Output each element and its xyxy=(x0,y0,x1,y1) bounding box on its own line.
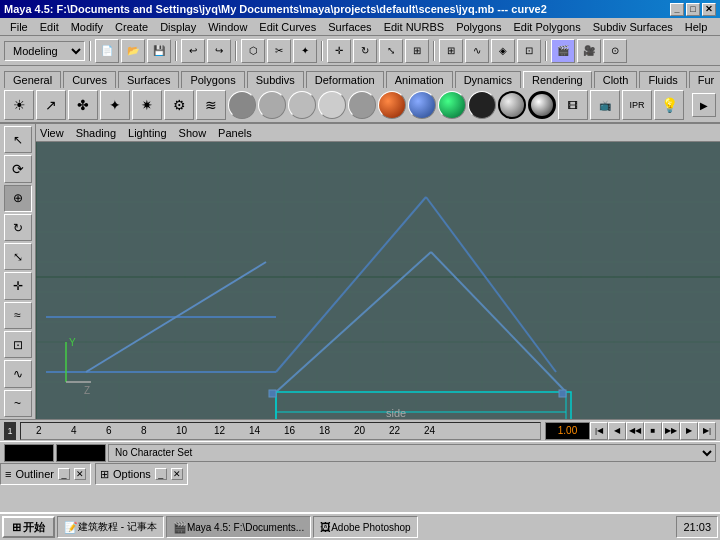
universal-manip[interactable]: ✛ xyxy=(4,272,32,299)
menu-edit-polygons[interactable]: Edit Polygons xyxy=(507,20,586,34)
tab-subdivs[interactable]: Subdivs xyxy=(247,71,304,88)
paint-btn[interactable]: ✦ xyxy=(293,39,317,63)
lasso-tool[interactable]: ⟳ xyxy=(4,155,32,182)
tab-surfaces[interactable]: Surfaces xyxy=(118,71,179,88)
shelf-sphere-9[interactable] xyxy=(468,91,496,119)
show-manip[interactable]: ⊡ xyxy=(4,331,32,358)
timeline-ticks[interactable]: 2 4 6 8 10 12 14 16 18 20 22 24 xyxy=(20,422,541,440)
taskbar-item-photoshop[interactable]: 🖼 Adobe Photoshop xyxy=(313,516,418,538)
taskbar-item-maya[interactable]: 🎬 Maya 4.5: F:\Documents... xyxy=(166,516,311,538)
shelf-lights[interactable]: 💡 xyxy=(654,90,684,120)
shelf-scroll-end[interactable]: ▶ xyxy=(692,93,716,117)
move-btn[interactable]: ✛ xyxy=(327,39,351,63)
tab-polygons[interactable]: Polygons xyxy=(181,71,244,88)
shelf-sphere-3[interactable] xyxy=(288,91,316,119)
start-button[interactable]: ⊞ 开始 xyxy=(2,516,55,538)
shelf-render-settings[interactable]: 🎞 xyxy=(558,90,588,120)
shelf-arrow-btn[interactable]: ↗ xyxy=(36,90,66,120)
minimize-button[interactable]: _ xyxy=(670,3,684,16)
snap-curve-btn[interactable]: ∿ xyxy=(465,39,489,63)
shelf-cross-btn[interactable]: ✤ xyxy=(68,90,98,120)
scale-tool[interactable]: ⤡ xyxy=(4,243,32,270)
range-start-input[interactable]: 24.00 xyxy=(4,444,54,462)
tab-deformation[interactable]: Deformation xyxy=(306,71,384,88)
menu-window[interactable]: Window xyxy=(202,20,253,34)
tab-curves[interactable]: Curves xyxy=(63,71,116,88)
viewport-menu-shading[interactable]: Shading xyxy=(76,127,116,139)
play-fwd-btn[interactable]: ▶▶ xyxy=(662,422,680,440)
snap-point-btn[interactable]: ◈ xyxy=(491,39,515,63)
rotate-btn[interactable]: ↻ xyxy=(353,39,377,63)
ipr-btn[interactable]: 🎥 xyxy=(577,39,601,63)
shelf-sphere-10[interactable] xyxy=(498,91,526,119)
menu-display[interactable]: Display xyxy=(154,20,202,34)
menu-edit[interactable]: Edit xyxy=(34,20,65,34)
select-btn[interactable]: ⬡ xyxy=(241,39,265,63)
viewport-menu-panels[interactable]: Panels xyxy=(218,127,252,139)
shelf-sun-btn[interactable]: ☀ xyxy=(4,90,34,120)
shelf-ipr[interactable]: IPR xyxy=(622,90,652,120)
range-end-input[interactable]: 48.00 xyxy=(56,444,106,462)
mode-dropdown[interactable]: Modeling Animation Dynamics Rendering xyxy=(4,41,85,61)
viewport-menu-show[interactable]: Show xyxy=(179,127,207,139)
prev-frame-btn[interactable]: ◀ xyxy=(608,422,626,440)
menu-edit-nurbs[interactable]: Edit NURBS xyxy=(378,20,451,34)
tab-fluids[interactable]: Fluids xyxy=(639,71,686,88)
tab-general[interactable]: General xyxy=(4,71,61,88)
tab-animation[interactable]: Animation xyxy=(386,71,453,88)
menu-create[interactable]: Create xyxy=(109,20,154,34)
options-close-btn[interactable]: ✕ xyxy=(171,468,183,480)
render-btn[interactable]: 🎬 xyxy=(551,39,575,63)
shelf-star-btn[interactable]: ✦ xyxy=(100,90,130,120)
scale-btn[interactable]: ⤡ xyxy=(379,39,403,63)
snap-tool[interactable]: ∿ xyxy=(4,360,32,387)
shelf-gear-btn[interactable]: ⚙ xyxy=(164,90,194,120)
viewport-menu-lighting[interactable]: Lighting xyxy=(128,127,167,139)
shelf-sphere-6[interactable] xyxy=(378,91,406,119)
char-set-dropdown[interactable]: No Character Set xyxy=(108,444,716,462)
lasso-btn[interactable]: ✂ xyxy=(267,39,291,63)
menu-edit-curves[interactable]: Edit Curves xyxy=(253,20,322,34)
viewport-menu-view[interactable]: View xyxy=(40,127,64,139)
shelf-sphere-7[interactable] xyxy=(408,91,436,119)
menu-modify[interactable]: Modify xyxy=(65,20,109,34)
shelf-sphere-2[interactable] xyxy=(258,91,286,119)
current-frame-input[interactable] xyxy=(545,422,590,440)
shelf-sphere-1[interactable] xyxy=(228,91,256,119)
menu-surfaces[interactable]: Surfaces xyxy=(322,20,377,34)
stop-btn[interactable]: ■ xyxy=(644,422,662,440)
menu-help[interactable]: Help xyxy=(679,20,714,34)
taskbar-item-notepad[interactable]: 📝 建筑教程 - 记事本 xyxy=(57,516,164,538)
close-button[interactable]: ✕ xyxy=(702,3,716,16)
play-back-btn[interactable]: ◀◀ xyxy=(626,422,644,440)
tab-rendering[interactable]: Rendering xyxy=(523,71,592,88)
next-frame-btn[interactable]: ▶ xyxy=(680,422,698,440)
redo-btn[interactable]: ↪ xyxy=(207,39,231,63)
tab-cloth[interactable]: Cloth xyxy=(594,71,638,88)
open-btn[interactable]: 📂 xyxy=(121,39,145,63)
shelf-sphere-4[interactable] xyxy=(318,91,346,119)
rotate-tool[interactable]: ↻ xyxy=(4,214,32,241)
maximize-button[interactable]: □ xyxy=(686,3,700,16)
display-btn[interactable]: ⊙ xyxy=(603,39,627,63)
paint-ops[interactable]: ~ xyxy=(4,390,32,417)
prev-key-btn[interactable]: |◀ xyxy=(590,422,608,440)
menu-file[interactable]: File xyxy=(4,20,34,34)
snap-grid-btn[interactable]: ⊞ xyxy=(439,39,463,63)
shelf-sphere-11[interactable] xyxy=(528,91,556,119)
new-scene-btn[interactable]: 📄 xyxy=(95,39,119,63)
menu-subdiv-surfaces[interactable]: Subdiv Surfaces xyxy=(587,20,679,34)
shelf-sphere-8[interactable] xyxy=(438,91,466,119)
snap-view-btn[interactable]: ⊡ xyxy=(517,39,541,63)
menu-polygons[interactable]: Polygons xyxy=(450,20,507,34)
tab-dynamics[interactable]: Dynamics xyxy=(455,71,521,88)
select-tool[interactable]: ↖ xyxy=(4,126,32,153)
timeline-area[interactable]: 1 2 4 6 8 10 12 14 16 18 20 22 24 |◀ ◀ ◀… xyxy=(0,419,720,441)
soft-select[interactable]: ≈ xyxy=(4,302,32,329)
shelf-burst-btn[interactable]: ✷ xyxy=(132,90,162,120)
outliner-minimize-btn[interactable]: _ xyxy=(58,468,70,480)
undo-btn[interactable]: ↩ xyxy=(181,39,205,63)
transform-btn[interactable]: ⊞ xyxy=(405,39,429,63)
move-tool[interactable]: ⊕ xyxy=(4,185,32,212)
options-minimize-btn[interactable]: _ xyxy=(155,468,167,480)
